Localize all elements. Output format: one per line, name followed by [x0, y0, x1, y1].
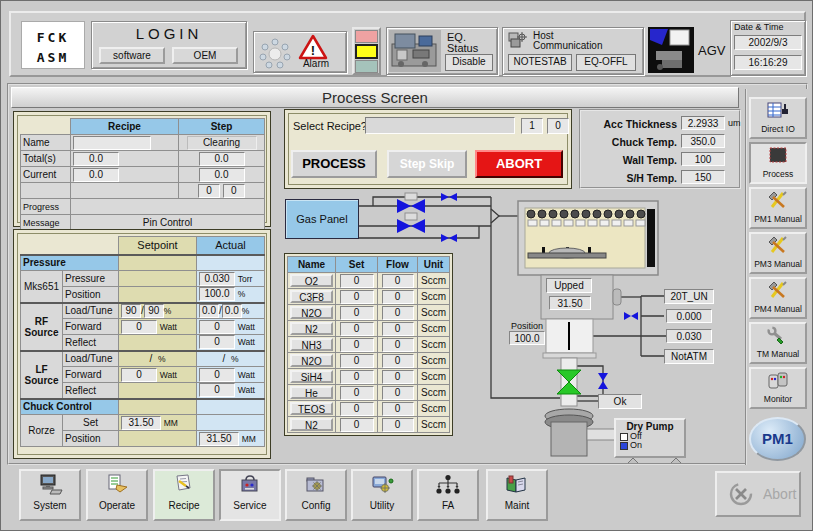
pm1-button[interactable]: PM1 [749, 417, 806, 461]
mm-unit: MM [164, 417, 178, 427]
step-skip-button[interactable]: Step Skip [387, 150, 467, 178]
rf-forward-setpoint[interactable]: 0 Watt [119, 319, 197, 335]
gas-set-value[interactable]: 0 [340, 274, 374, 288]
gas-set-value[interactable]: 0 [340, 418, 374, 432]
gas-valve-small-top[interactable] [441, 193, 457, 201]
gas-name-button[interactable]: SiH4 [290, 370, 333, 383]
recipe-digit-0[interactable]: 0 [547, 118, 569, 134]
toolbar-item-recipe[interactable]: Recipe [153, 469, 215, 521]
bypass-valve-blue[interactable] [598, 373, 608, 389]
sidebar-item-monitor[interactable]: Monitor [749, 367, 807, 409]
position-row-label: Position [63, 287, 119, 303]
sidebar-item-pm1-manual[interactable]: PM1 Manual [749, 187, 807, 229]
rf-forward-sp[interactable]: 0 [121, 320, 157, 334]
gas-set-value[interactable]: 0 [340, 306, 374, 320]
toolbar-item-utility[interactable]: Utility [351, 469, 413, 521]
login-title: LOGIN [92, 25, 246, 42]
notestab-button[interactable]: NOTESTAB [508, 54, 572, 71]
toolbar-item-system[interactable]: System [19, 469, 81, 521]
toolbar-item-maint[interactable]: Maint [486, 469, 548, 521]
setpoint-actual-table: Setpoint Actual Pressure Mks651 Pressure… [20, 236, 265, 447]
system-icon [37, 474, 63, 496]
sidebar-item-pm3-manual[interactable]: PM3 Manual [749, 232, 807, 274]
pump-off-checkbox[interactable] [620, 433, 628, 441]
toolbar-item-label: Maint [488, 500, 546, 511]
lf-source-label: LFSource [21, 351, 63, 399]
gas-flow-cell: 0 [378, 321, 418, 337]
chuck-set-setpoint[interactable]: 31.50 MM [119, 415, 197, 431]
gas-name-button[interactable]: N2O [290, 306, 333, 319]
gas-set-value[interactable]: 0 [340, 322, 374, 336]
tools-icon [767, 236, 789, 256]
gas-name-button[interactable]: TEOS [290, 402, 333, 415]
gas-valve-small-bottom[interactable] [441, 234, 457, 242]
agv-group: AGV [648, 27, 726, 75]
gas-name-button[interactable]: C3F8 [290, 290, 333, 303]
oem-button[interactable]: OEM [172, 47, 238, 64]
gas-set-value[interactable]: 0 [340, 386, 374, 400]
pressure-setpoint-cell[interactable] [119, 271, 197, 287]
toolbar-item-service[interactable]: Service [219, 469, 281, 521]
sidebar-item-tm-manual[interactable]: TM Manual [749, 322, 807, 364]
gas-name-button[interactable]: N2 [290, 322, 333, 335]
alarm-group[interactable]: ! Alarm [253, 31, 347, 73]
toolbar-item-operate[interactable]: Operate [86, 469, 148, 521]
signal-red [355, 30, 378, 43]
gas-set-cell: 0 [336, 417, 378, 433]
gas-valve-large-2[interactable] [397, 213, 425, 233]
gas-set-value[interactable]: 0 [340, 338, 374, 352]
rf-tune-sp[interactable]: 90 [144, 304, 164, 318]
position-setpoint-cell[interactable] [119, 287, 197, 303]
maint-book-icon [504, 474, 530, 496]
software-button[interactable]: software [99, 47, 165, 64]
recipe-input[interactable] [365, 117, 515, 134]
gas-name-button[interactable]: O2 [290, 274, 333, 287]
percent-unit: % [238, 289, 246, 299]
chuck-set-sp[interactable]: 31.50 [121, 416, 161, 430]
lf-loadtune-setpoint[interactable]: / % [119, 351, 197, 367]
gas-name-button[interactable]: He [290, 386, 333, 399]
sidebar-item-direct-io[interactable]: Direct IO [749, 97, 807, 139]
gas-unit-cell: Sccm [418, 305, 450, 321]
tag-valve-blue[interactable] [624, 312, 638, 320]
chuck-section-header: Chuck Control [21, 399, 119, 415]
recipe-name-value[interactable] [73, 136, 151, 150]
gas-set-value[interactable]: 0 [340, 354, 374, 368]
torr-unit: Torr [238, 273, 253, 283]
sidebar-item-pm4-manual[interactable]: PM4 Manual [749, 277, 807, 319]
gas-set-value[interactable]: 0 [340, 402, 374, 416]
gauge-tag-20t-un: 20T_UN [664, 289, 714, 304]
process-chamber [518, 201, 658, 275]
rf-load-actual: 0.0 [199, 304, 219, 318]
gas-valve-large-1[interactable] [397, 193, 425, 213]
lf-forward-sp[interactable]: 0 [121, 368, 157, 382]
rf-forward-actual: 0 Watt [197, 319, 265, 335]
pump-on-checkbox[interactable] [620, 442, 628, 450]
gas-set-value[interactable]: 0 [340, 290, 374, 304]
abort-button[interactable]: ABORT [475, 150, 563, 178]
service-icon [237, 474, 263, 496]
step-total-value: 0.0 [199, 152, 245, 166]
lf-forward-setpoint[interactable]: 0 Watt [119, 367, 197, 383]
gas-name-cell: C3F8 [288, 289, 336, 305]
gas-name-button[interactable]: N2 [290, 418, 333, 431]
toolbar-item-config[interactable]: Config [285, 469, 347, 521]
throttle-position-value: 100.0 [509, 331, 545, 345]
eq-disable-button[interactable]: Disable [445, 54, 493, 71]
eq-offl-button[interactable]: EQ-OFFL [576, 54, 636, 71]
gas-flow-cell: 0 [378, 337, 418, 353]
rf-load-sp[interactable]: 90 [121, 304, 141, 318]
gas-unit-cell: Sccm [418, 321, 450, 337]
recipe-column-header: Recipe [71, 119, 179, 135]
gas-name-button[interactable]: N2O [290, 354, 333, 367]
toolbar-item-fa[interactable]: FA [417, 469, 479, 521]
toolbar-item-label: Recipe [155, 500, 213, 511]
gas-name-button[interactable]: NH3 [290, 338, 333, 351]
gas-set-value[interactable]: 0 [340, 370, 374, 384]
step-counter-2: 0 [223, 184, 245, 198]
abort-footer-button[interactable]: Abort [715, 471, 801, 517]
sidebar-item-process[interactable]: Process [749, 142, 807, 184]
process-button[interactable]: PROCESS [291, 150, 377, 178]
rf-loadtune-setpoint[interactable]: 90/90% [119, 303, 197, 319]
recipe-digit-1[interactable]: 1 [521, 118, 543, 134]
